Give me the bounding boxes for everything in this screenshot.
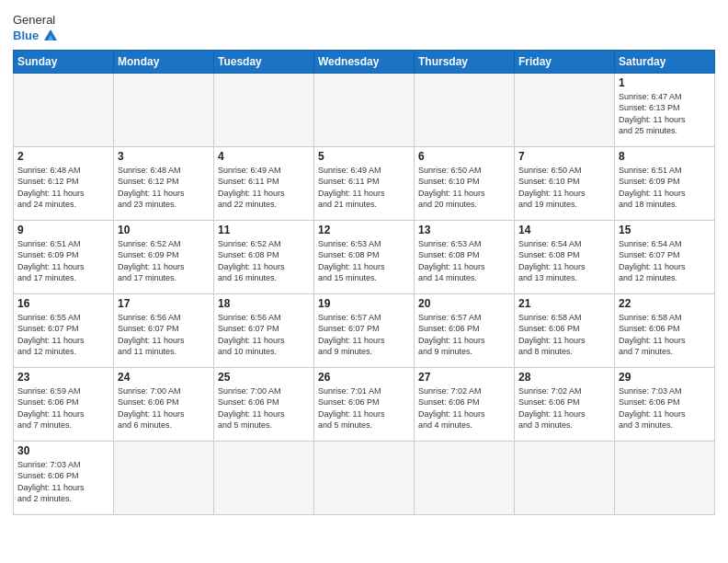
day-info: Sunrise: 6:53 AM Sunset: 6:08 PM Dayligh… bbox=[418, 238, 510, 284]
calendar-cell: 18Sunrise: 6:56 AM Sunset: 6:07 PM Dayli… bbox=[214, 293, 314, 367]
calendar: SundayMondayTuesdayWednesdayThursdayFrid… bbox=[13, 50, 715, 515]
day-info: Sunrise: 7:02 AM Sunset: 6:06 PM Dayligh… bbox=[518, 385, 610, 431]
day-info: Sunrise: 6:57 AM Sunset: 6:07 PM Dayligh… bbox=[318, 312, 410, 358]
day-number: 5 bbox=[318, 150, 410, 163]
week-row-1: 1Sunrise: 6:47 AM Sunset: 6:13 PM Daylig… bbox=[14, 73, 715, 146]
weekday-tuesday: Tuesday bbox=[214, 50, 314, 73]
day-info: Sunrise: 6:55 AM Sunset: 6:07 PM Dayligh… bbox=[17, 312, 109, 358]
week-row-4: 16Sunrise: 6:55 AM Sunset: 6:07 PM Dayli… bbox=[14, 293, 715, 367]
day-number: 29 bbox=[619, 371, 711, 384]
calendar-cell: 11Sunrise: 6:52 AM Sunset: 6:08 PM Dayli… bbox=[214, 220, 314, 293]
calendar-cell bbox=[515, 441, 615, 514]
day-info: Sunrise: 7:03 AM Sunset: 6:06 PM Dayligh… bbox=[619, 385, 711, 431]
day-number: 30 bbox=[17, 444, 109, 457]
logo-icon bbox=[40, 28, 61, 44]
calendar-cell: 23Sunrise: 6:59 AM Sunset: 6:06 PM Dayli… bbox=[14, 367, 114, 441]
calendar-cell: 2Sunrise: 6:48 AM Sunset: 6:12 PM Daylig… bbox=[14, 146, 114, 220]
day-number: 12 bbox=[318, 224, 410, 236]
calendar-cell: 25Sunrise: 7:00 AM Sunset: 6:06 PM Dayli… bbox=[214, 367, 314, 441]
calendar-cell: 14Sunrise: 6:54 AM Sunset: 6:08 PM Dayli… bbox=[515, 220, 615, 293]
day-info: Sunrise: 6:58 AM Sunset: 6:06 PM Dayligh… bbox=[619, 312, 711, 358]
day-info: Sunrise: 6:49 AM Sunset: 6:11 PM Dayligh… bbox=[318, 165, 410, 211]
day-info: Sunrise: 6:52 AM Sunset: 6:09 PM Dayligh… bbox=[118, 238, 210, 284]
calendar-cell: 26Sunrise: 7:01 AM Sunset: 6:06 PM Dayli… bbox=[314, 367, 415, 441]
logo: General Blue bbox=[13, 13, 61, 44]
day-number: 3 bbox=[118, 150, 210, 163]
day-number: 24 bbox=[118, 371, 210, 384]
calendar-cell bbox=[415, 441, 515, 514]
day-number: 25 bbox=[218, 371, 310, 384]
calendar-cell: 1Sunrise: 6:47 AM Sunset: 6:13 PM Daylig… bbox=[615, 73, 715, 146]
weekday-thursday: Thursday bbox=[415, 50, 515, 73]
day-info: Sunrise: 6:56 AM Sunset: 6:07 PM Dayligh… bbox=[218, 312, 310, 358]
day-info: Sunrise: 6:54 AM Sunset: 6:07 PM Dayligh… bbox=[619, 238, 711, 284]
weekday-friday: Friday bbox=[515, 50, 615, 73]
calendar-cell: 15Sunrise: 6:54 AM Sunset: 6:07 PM Dayli… bbox=[615, 220, 715, 293]
day-info: Sunrise: 7:00 AM Sunset: 6:06 PM Dayligh… bbox=[218, 385, 310, 431]
day-info: Sunrise: 6:54 AM Sunset: 6:08 PM Dayligh… bbox=[518, 238, 610, 284]
weekday-monday: Monday bbox=[114, 50, 214, 73]
day-number: 26 bbox=[318, 371, 410, 384]
day-number: 8 bbox=[619, 150, 711, 163]
day-info: Sunrise: 6:49 AM Sunset: 6:11 PM Dayligh… bbox=[218, 165, 310, 211]
calendar-cell: 5Sunrise: 6:49 AM Sunset: 6:11 PM Daylig… bbox=[314, 146, 415, 220]
day-info: Sunrise: 6:50 AM Sunset: 6:10 PM Dayligh… bbox=[518, 165, 610, 211]
calendar-cell bbox=[314, 73, 415, 146]
calendar-cell: 6Sunrise: 6:50 AM Sunset: 6:10 PM Daylig… bbox=[415, 146, 515, 220]
day-number: 14 bbox=[518, 224, 610, 236]
weekday-saturday: Saturday bbox=[615, 50, 715, 73]
day-number: 1 bbox=[619, 76, 711, 89]
calendar-cell: 29Sunrise: 7:03 AM Sunset: 6:06 PM Dayli… bbox=[615, 367, 715, 441]
day-info: Sunrise: 7:01 AM Sunset: 6:06 PM Dayligh… bbox=[318, 385, 410, 431]
day-info: Sunrise: 7:03 AM Sunset: 6:06 PM Dayligh… bbox=[17, 459, 109, 505]
day-number: 21 bbox=[518, 297, 610, 310]
day-number: 11 bbox=[218, 224, 310, 236]
page: General Blue SundayMondayTuesdayWednesda… bbox=[0, 0, 728, 524]
day-info: Sunrise: 6:58 AM Sunset: 6:06 PM Dayligh… bbox=[518, 312, 610, 358]
day-info: Sunrise: 7:00 AM Sunset: 6:06 PM Dayligh… bbox=[118, 385, 210, 431]
day-number: 7 bbox=[518, 150, 610, 163]
day-number: 28 bbox=[518, 371, 610, 384]
calendar-cell: 7Sunrise: 6:50 AM Sunset: 6:10 PM Daylig… bbox=[515, 146, 615, 220]
calendar-cell: 13Sunrise: 6:53 AM Sunset: 6:08 PM Dayli… bbox=[415, 220, 515, 293]
day-info: Sunrise: 6:52 AM Sunset: 6:08 PM Dayligh… bbox=[218, 238, 310, 284]
day-number: 9 bbox=[17, 224, 109, 236]
calendar-cell: 10Sunrise: 6:52 AM Sunset: 6:09 PM Dayli… bbox=[114, 220, 214, 293]
calendar-cell: 20Sunrise: 6:57 AM Sunset: 6:06 PM Dayli… bbox=[415, 293, 515, 367]
calendar-cell: 24Sunrise: 7:00 AM Sunset: 6:06 PM Dayli… bbox=[114, 367, 214, 441]
calendar-cell: 30Sunrise: 7:03 AM Sunset: 6:06 PM Dayli… bbox=[14, 441, 114, 514]
calendar-cell bbox=[214, 441, 314, 514]
calendar-cell: 3Sunrise: 6:48 AM Sunset: 6:12 PM Daylig… bbox=[114, 146, 214, 220]
day-number: 15 bbox=[619, 224, 711, 236]
day-number: 4 bbox=[218, 150, 310, 163]
calendar-cell bbox=[114, 441, 214, 514]
day-number: 18 bbox=[218, 297, 310, 310]
day-number: 6 bbox=[418, 150, 510, 163]
weekday-sunday: Sunday bbox=[14, 50, 114, 73]
calendar-cell: 19Sunrise: 6:57 AM Sunset: 6:07 PM Dayli… bbox=[314, 293, 415, 367]
calendar-cell bbox=[615, 441, 715, 514]
day-info: Sunrise: 6:59 AM Sunset: 6:06 PM Dayligh… bbox=[17, 385, 109, 431]
day-info: Sunrise: 7:02 AM Sunset: 6:06 PM Dayligh… bbox=[418, 385, 510, 431]
day-number: 17 bbox=[118, 297, 210, 310]
calendar-cell: 16Sunrise: 6:55 AM Sunset: 6:07 PM Dayli… bbox=[14, 293, 114, 367]
weekday-header-row: SundayMondayTuesdayWednesdayThursdayFrid… bbox=[14, 50, 715, 73]
day-info: Sunrise: 6:48 AM Sunset: 6:12 PM Dayligh… bbox=[17, 165, 109, 211]
day-info: Sunrise: 6:51 AM Sunset: 6:09 PM Dayligh… bbox=[17, 238, 109, 284]
header: General Blue bbox=[13, 9, 715, 44]
calendar-cell: 12Sunrise: 6:53 AM Sunset: 6:08 PM Dayli… bbox=[314, 220, 415, 293]
calendar-cell: 21Sunrise: 6:58 AM Sunset: 6:06 PM Dayli… bbox=[515, 293, 615, 367]
calendar-cell: 9Sunrise: 6:51 AM Sunset: 6:09 PM Daylig… bbox=[14, 220, 114, 293]
day-info: Sunrise: 6:47 AM Sunset: 6:13 PM Dayligh… bbox=[619, 91, 711, 137]
calendar-cell bbox=[415, 73, 515, 146]
day-number: 13 bbox=[418, 224, 510, 236]
day-number: 22 bbox=[619, 297, 711, 310]
calendar-cell: 27Sunrise: 7:02 AM Sunset: 6:06 PM Dayli… bbox=[415, 367, 515, 441]
day-number: 23 bbox=[17, 371, 109, 384]
calendar-cell bbox=[314, 441, 415, 514]
calendar-cell bbox=[14, 73, 114, 146]
week-row-6: 30Sunrise: 7:03 AM Sunset: 6:06 PM Dayli… bbox=[14, 441, 715, 514]
day-info: Sunrise: 6:50 AM Sunset: 6:10 PM Dayligh… bbox=[418, 165, 510, 211]
day-number: 10 bbox=[118, 224, 210, 236]
calendar-cell bbox=[214, 73, 314, 146]
